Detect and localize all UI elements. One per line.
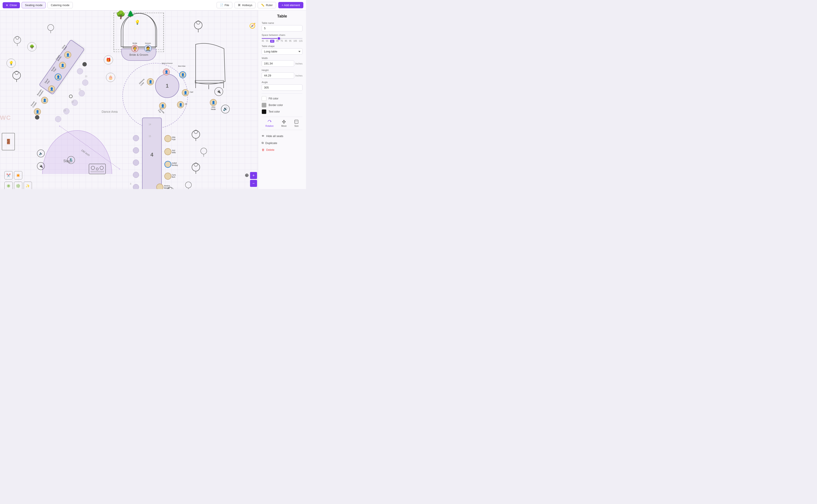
delete-button[interactable]: 🗑 Delete [262,146,302,153]
delete-label: Delete [266,148,275,151]
seat-michelle[interactable]: 👤 MichelleFrye [159,102,166,109]
svg-point-16 [192,163,200,171]
table5-rotate-handle[interactable] [69,95,73,98]
table-shape-select[interactable]: Long table Round table Square table [262,48,302,55]
svg-point-8 [13,71,21,79]
border-color-swatch[interactable] [262,103,266,108]
add-element-button[interactable]: + Add element [278,2,303,8]
tree-right-3 [190,162,202,175]
t4-empty-3[interactable] [133,160,139,166]
space-label: Space between chairs [262,34,302,36]
bride-name: Bride [132,42,137,44]
seat-gregor[interactable]: 👤 GregorBenlez [59,62,66,69]
svg-point-3 [14,36,21,43]
t4-empty-2[interactable] [133,147,139,153]
groom-seat[interactable]: Groom 🤵 [144,42,152,52]
angle-input[interactable] [262,84,302,91]
seat-kirstin[interactable]: 👤 KirstinFrye [55,73,62,80]
seat-alice[interactable]: 👤 AliceNeale [210,99,217,110]
table-1[interactable]: 1 [155,74,179,98]
seat-moh[interactable]: 👤 Maid-of-honor [163,68,170,75]
ruler-button[interactable]: 📏 Ruler [258,2,276,8]
cyra-name: CyraBurt [172,174,176,178]
ronan-name: RonanCooper [30,101,37,108]
tree-bottom-right [184,181,193,189]
seat-kit[interactable]: 👤 Kit [177,101,184,108]
text-color-swatch[interactable] [262,109,266,114]
zoom-out-button[interactable]: − [250,180,257,187]
empty-seat-5-1[interactable] [77,68,83,74]
scissors-icon: ✂️ [4,171,13,179]
file-button[interactable]: 📄 File [217,2,233,8]
seat-darrol[interactable]: 👤 DarrolFrye [48,85,55,92]
bottom-icons-2: ✳️ ❇️ ✨ [4,182,32,189]
seating-mode-button[interactable]: Seating mode [22,2,46,8]
seat-brenden[interactable]: 👤 BrendenHouldon [41,97,48,104]
close-button[interactable]: ✕ Close [3,2,20,8]
empty-seat-5-6[interactable] [55,116,61,122]
star2-icon: ✳️ [4,182,13,189]
table5-handle-bottom[interactable] [35,115,39,120]
hide-seats-button[interactable]: 👁 Hide all seats [262,133,302,139]
t4-empty-1[interactable] [133,135,139,141]
olivia-avatar: 👤 [64,51,71,58]
svg-point-5 [16,36,19,39]
border-color-row[interactable]: Border color [262,103,302,108]
kirstin-avatar: 👤 [55,73,62,80]
svg-rect-35 [91,171,104,172]
move-label: Move [281,125,287,127]
seat-ronan[interactable]: 👤 RonanCooper [34,108,41,115]
wc-door: 🚪 [2,133,15,150]
hotkeys-button[interactable]: ⌘ Hotkeys [235,2,256,8]
bride-avatar: 👰 [131,45,139,52]
svg-text:🔈: 🔈 [39,151,43,155]
empty-seat-5-3[interactable] [79,90,85,96]
seat-jessica[interactable]: JessicaWanda [156,184,163,189]
size-action[interactable]: Size [294,120,299,127]
seat-joni[interactable]: JoniWills [164,148,171,155]
seat-kitty[interactable]: KittyFrye [164,135,171,142]
width-input[interactable] [262,60,294,67]
num-11: 11 [79,88,81,91]
johanna-avatar: 👤 [147,78,154,85]
height-input[interactable] [262,72,294,79]
svg-text:🎙️: 🎙️ [69,158,73,162]
bride-seat[interactable]: Bride 👰 [131,42,139,52]
t4-empty-4[interactable] [133,172,139,178]
catering-mode-button[interactable]: Catering mode [47,2,73,8]
plug-icon-2: 🔌 [37,162,45,171]
text-color-row[interactable]: Text color [262,109,302,114]
space-slider-thumb[interactable] [277,37,281,40]
kit-avatar: 👤 [177,101,184,108]
t4-empty-5[interactable] [133,184,139,189]
seat-olivia[interactable]: 👤 OliviaDuke [64,51,71,58]
seat-izabel[interactable]: IzabelBentley [164,161,171,168]
rotation-action[interactable]: Rotation [266,120,274,127]
table-name-input[interactable] [262,25,302,31]
seat-bestman[interactable]: 👤 Best Man [179,71,186,78]
joni-name: JoniWills [172,149,176,154]
speaker-icon: 🔊 [221,104,230,115]
seat-cyra[interactable]: CyraBurt [164,173,171,180]
zoom-in-button[interactable]: + [250,172,257,179]
plug-icon: 🔌 [214,87,223,97]
svg-rect-28 [196,81,224,82]
zoom-controls: + − [250,172,257,187]
seat-johanna[interactable]: 👤 JohannaLowe [147,78,154,85]
joni-avatar [164,148,171,155]
moh-name: Maid-of-honor [162,62,173,64]
table-4[interactable]: 4 [142,118,162,189]
canvas[interactable]: 🧭 WC 💡 Bride & Groom Bride 👰 Groom 🤵 [0,10,258,189]
duplicate-button[interactable]: ⧉ Duplicate [262,139,302,146]
fill-color-row[interactable]: Fill color [262,96,302,101]
border-color-label: Border color [269,104,283,107]
measure-point-1 [59,126,60,126]
seat-carr[interactable]: 👤 Carr [182,89,189,96]
empty-seat-5-2[interactable] [82,80,88,86]
navigate-icon[interactable]: ⊕ [245,172,249,178]
right-panel: Table Table name Space between chairs 45… [258,10,306,189]
table5-handle-top[interactable] [82,62,87,66]
move-action[interactable]: Move [281,120,287,127]
dj-mixer-icon [89,163,106,175]
fill-color-swatch[interactable] [262,96,266,101]
